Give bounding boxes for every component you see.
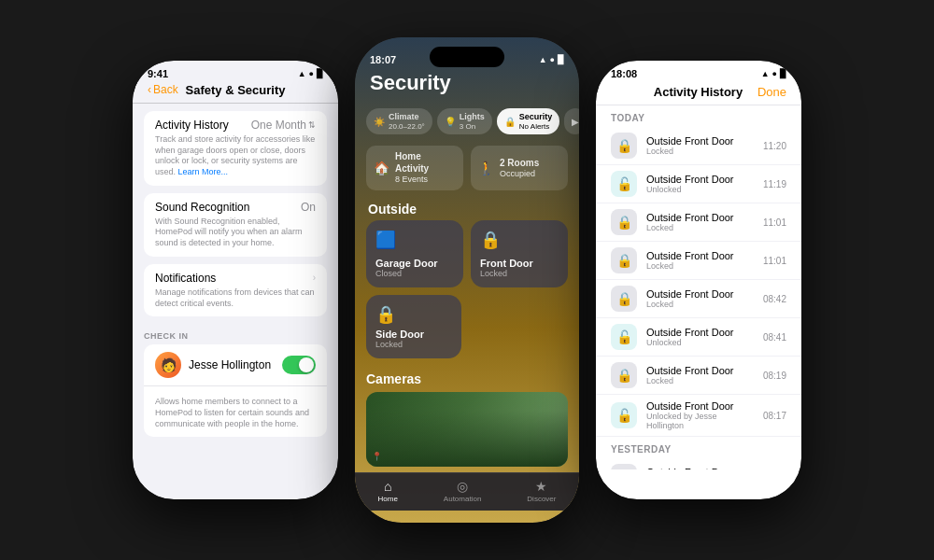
- side-door-card[interactable]: 🔒 Side Door Locked: [366, 295, 461, 358]
- phone-security: 18:07 ▲ ● ▉ Security ☀️ Climate 20.0–22.…: [355, 37, 579, 523]
- garage-door-name: Garage Door: [375, 258, 454, 269]
- item-time-5: 08:42: [763, 294, 786, 304]
- learn-more-link[interactable]: Learn More...: [178, 167, 229, 176]
- notifications-desc: Manage notifications from devices that c…: [155, 287, 316, 309]
- history-item: 🔒 Outside Front Door Locked 11:01: [596, 203, 801, 242]
- tab-climate[interactable]: ☀️ Climate 20.0–22.0°: [366, 108, 432, 134]
- activity-history-desc: Track and store activity for accessories…: [155, 134, 316, 178]
- side-door-name: Side Door: [375, 329, 452, 340]
- today-label: TODAY: [596, 105, 801, 127]
- lock-icon-6: 🔓: [611, 324, 637, 350]
- yesterday-label: YESTERDAY: [596, 437, 801, 458]
- dynamic-island: [430, 47, 504, 67]
- bottom-nav: ⌂ Home ◎ Automation ★ Discover: [355, 472, 579, 511]
- activity-chip-events[interactable]: 🏠 Home Activity 8 Events: [366, 146, 463, 190]
- home-activity-bar: 🏠 Home Activity 8 Events 🚶 2 Rooms Occup…: [355, 140, 579, 196]
- front-door-card[interactable]: 🔒 Front Door Locked: [471, 220, 568, 287]
- battery-icon-3: ▉: [780, 69, 786, 78]
- camera-preview[interactable]: 📍: [366, 392, 568, 467]
- rooms-value: Occupied: [500, 169, 535, 178]
- camera-overlay: 📍: [366, 392, 568, 467]
- lock-icon-8: 🔓: [611, 402, 637, 428]
- history-title: Activity History: [654, 85, 743, 99]
- tab-more[interactable]: ▶: [564, 108, 579, 134]
- check-in-section-label: CHECK IN: [133, 324, 338, 344]
- sound-recognition-desc: With Sound Recognition enabled, HomePod …: [155, 217, 316, 249]
- done-button[interactable]: Done: [757, 85, 786, 99]
- phone-history: 18:08 ▲ ● ▉ Activity History Done TODAY …: [596, 61, 801, 499]
- signal-icon: ▲: [298, 69, 306, 78]
- item-status-3: Locked: [646, 223, 754, 232]
- check-in-name: Jesse Hollington: [189, 358, 271, 371]
- avatar: 🧑: [155, 352, 181, 378]
- discover-nav-label: Discover: [527, 495, 556, 503]
- climate-label: Climate: [389, 112, 425, 122]
- item-status-1: Locked: [646, 147, 754, 156]
- check-in-desc: Allows home members to connect to a Home…: [155, 397, 316, 429]
- discover-nav-icon: ★: [535, 479, 547, 494]
- home-nav-label: Home: [378, 495, 398, 503]
- item-name-4: Outside Front Door: [646, 250, 754, 261]
- signal-icon-3: ▲: [761, 69, 770, 78]
- item-time-6: 08:41: [763, 332, 786, 343]
- sound-recognition-section: Sound Recognition On With Sound Recognit…: [144, 193, 327, 257]
- front-door-status: Locked: [480, 269, 559, 278]
- cameras-label: Cameras: [366, 371, 568, 386]
- tab-lights[interactable]: 💡 Lights 3 On: [437, 108, 492, 134]
- history-item: 🔒 Outside Front Door Locked 11:01: [596, 242, 801, 280]
- item-status-5: Locked: [646, 300, 754, 309]
- history-item: 🔓 Outside Front Door Unlocked 08:41: [596, 318, 801, 357]
- activity-chip-rooms[interactable]: 🚶 2 Rooms Occupied: [471, 146, 568, 190]
- status-bar-3: 18:08 ▲ ● ▉: [596, 61, 801, 81]
- garage-door-card[interactable]: 🟦 Garage Door Closed: [366, 220, 463, 287]
- automation-nav-icon: ◎: [457, 479, 468, 494]
- security-label: Security: [519, 112, 553, 122]
- garage-door-status: Closed: [375, 269, 454, 278]
- sound-recognition-row[interactable]: Sound Recognition On With Sound Recognit…: [144, 193, 327, 257]
- lights-icon: 💡: [445, 117, 456, 127]
- lock-icon-4: 🔒: [611, 247, 637, 273]
- item-name-6: Outside Front Door: [646, 327, 754, 338]
- lights-sub: 3 On: [460, 122, 485, 132]
- lock-icon-front: 🔒: [480, 230, 559, 250]
- nav-automation[interactable]: ◎ Automation: [444, 479, 481, 503]
- item-name-1: Outside Front Door: [646, 135, 754, 147]
- doors-grid: 🟦 Garage Door Closed 🔒 Front Door Locked: [355, 220, 579, 287]
- battery-icon: ▉: [317, 69, 323, 78]
- lock-icon-3: 🔒: [611, 209, 637, 235]
- wifi-icon: ●: [309, 69, 314, 78]
- history-nav: Activity History Done: [596, 81, 801, 105]
- cameras-section: Cameras 📍: [355, 366, 579, 467]
- check-in-user: 🧑 Jesse Hollington: [155, 352, 271, 378]
- check-in-toggle[interactable]: [282, 356, 316, 374]
- lock-icon-7: 🔒: [611, 362, 637, 388]
- history-item: 🔓 Outside Front Door Unlocked 11:19: [596, 165, 801, 203]
- notifications-section: Notifications › Manage notifications fro…: [144, 264, 327, 316]
- nav-home[interactable]: ⌂ Home: [378, 479, 398, 503]
- status-icons-2: ▲ ● ▉: [539, 55, 564, 64]
- item-time-3: 11:01: [763, 217, 786, 228]
- history-item: 🔒 Outside Front Door Locked 08:42: [596, 280, 801, 318]
- updown-icon: ⇅: [308, 120, 316, 130]
- lock-icon-1: 🔒: [611, 133, 637, 159]
- lock-icon-side: 🔒: [375, 304, 452, 325]
- person-icon: 🚶: [478, 161, 494, 175]
- item-name-9: Outside Front Door: [646, 467, 754, 469]
- notifications-title: Notifications: [155, 272, 216, 285]
- chevron-right-icon: ›: [313, 273, 316, 283]
- item-time-2: 11:19: [763, 179, 786, 189]
- lock-icon-2: 🔓: [611, 171, 637, 197]
- tab-security[interactable]: 🔒 Security No Alerts: [497, 108, 560, 134]
- item-status-7: Locked: [646, 376, 754, 385]
- security-header: Security: [355, 67, 579, 103]
- nav-discover[interactable]: ★ Discover: [527, 479, 556, 503]
- back-label: Back: [153, 83, 178, 96]
- status-icons-1: ▲ ● ▉: [298, 69, 323, 78]
- sound-recognition-value: On: [301, 201, 316, 214]
- item-time-1: 11:20: [763, 141, 786, 151]
- item-status-8: Unlocked by Jesse Hollington: [646, 412, 754, 430]
- notifications-row[interactable]: Notifications › Manage notifications fro…: [144, 264, 327, 316]
- item-time-8: 08:17: [763, 411, 786, 421]
- activity-history-row[interactable]: Activity History One Month ⇅ Track and s…: [144, 111, 327, 186]
- activity-history-section: Activity History One Month ⇅ Track and s…: [144, 111, 327, 186]
